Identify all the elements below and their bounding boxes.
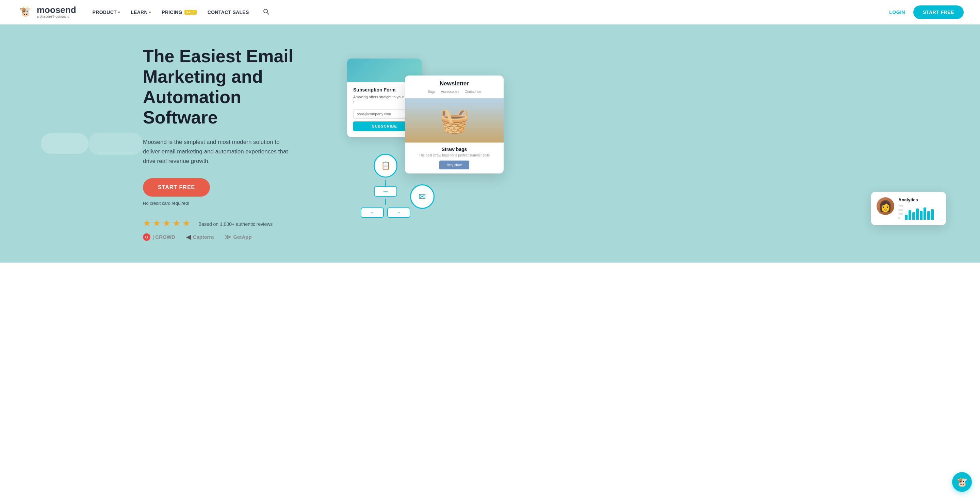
nav-item-pricing[interactable]: PRICING SALE xyxy=(162,10,196,15)
reviews-text: Based on 1,000+ authentic reviews xyxy=(198,221,272,227)
y-label-0: 0 xyxy=(898,217,903,220)
navigation: 🐮 moosend a Sitecore® company PRODUCT ▾ … xyxy=(0,0,980,24)
form-icon: 📋 xyxy=(381,161,390,170)
star-rating: ★ ★ ★ ★ ★ xyxy=(143,218,190,229)
deco-shape-2 xyxy=(89,133,143,155)
y-label-250: 250 xyxy=(898,213,903,216)
hero-description: Moosend is the simplest and most modern … xyxy=(143,137,293,166)
nav-item-learn[interactable]: LEARN ▾ xyxy=(130,10,151,15)
deco-shape-1 xyxy=(41,133,89,154)
logo-icon: 🐮 xyxy=(16,3,34,21)
basket-icon: 🧺 xyxy=(440,106,469,134)
sale-badge: SALE xyxy=(185,10,197,14)
email-circle-node: ✉ xyxy=(410,184,434,209)
flow-node-2b: ━ xyxy=(387,208,410,218)
flow-connector-2 xyxy=(385,198,386,205)
hero-title: The Easiest Email Marketing and Automati… xyxy=(143,46,306,127)
newsletter-title: Newsletter xyxy=(410,80,498,87)
newsletter-product-name: Straw bags xyxy=(410,147,498,152)
g2-icon: G xyxy=(143,233,150,241)
newsletter-nav-accessories: Accessories xyxy=(441,90,460,94)
y-label-500: 500 xyxy=(898,208,903,211)
analytics-content: Analytics 750 500 250 0 xyxy=(898,197,934,220)
email-icon: ✉ xyxy=(418,192,426,202)
getapp-logo: ≫ GetApp xyxy=(224,233,251,241)
chevron-down-icon: ▾ xyxy=(149,11,151,14)
search-icon[interactable] xyxy=(263,8,269,17)
flow-node-label: ━━ xyxy=(383,190,388,194)
flow-connector-1 xyxy=(385,180,386,186)
review-sources: G | CROWD ◀ Capterra ≫ GetApp xyxy=(143,233,320,241)
logo[interactable]: 🐮 moosend a Sitecore® company xyxy=(16,3,76,21)
flow-node-1: ━━ xyxy=(374,186,397,197)
analytics-avatar: 👩 xyxy=(877,197,894,215)
nav-right: LOGIN START FREE xyxy=(889,5,964,19)
automation-flow: 📋 ━━ ━ ━ xyxy=(361,154,410,218)
buy-now-button[interactable]: Buy Now xyxy=(439,160,469,169)
newsletter-card: Newsletter Bags Accessories Contact us 🧺… xyxy=(405,76,504,173)
nav-links: PRODUCT ▾ LEARN ▾ PRICING SALE CONTACT S… xyxy=(92,8,889,17)
svg-line-3 xyxy=(267,13,269,14)
nav-item-product[interactable]: PRODUCT ▾ xyxy=(92,10,120,15)
y-label-750: 750 xyxy=(898,205,903,208)
star-2: ★ xyxy=(153,218,161,229)
chart-bar xyxy=(931,209,934,220)
analytics-title: Analytics xyxy=(898,197,934,202)
getapp-icon: ≫ xyxy=(224,233,231,241)
g2-logo: G | CROWD xyxy=(143,233,175,241)
bar-chart xyxy=(905,206,934,220)
newsletter-nav: Bags Accessories Contact us xyxy=(410,90,498,94)
star-5: ★ xyxy=(182,218,190,229)
chevron-down-icon: ▾ xyxy=(118,11,120,14)
capterra-icon: ◀ xyxy=(186,233,191,241)
logo-name: moosend xyxy=(37,5,76,14)
logo-sub: a Sitecore® company xyxy=(37,14,76,19)
login-button[interactable]: LOGIN xyxy=(889,10,905,15)
chart-bar xyxy=(905,214,907,220)
hero-section: The Easiest Email Marketing and Automati… xyxy=(0,24,980,263)
start-free-hero-button[interactable]: START FREE xyxy=(143,178,210,197)
analytics-card: 👩 Analytics 750 500 250 0 xyxy=(871,192,946,225)
chart-y-labels: 750 500 250 0 xyxy=(898,205,903,220)
flow-node-top: 📋 xyxy=(374,154,398,178)
hero-left-content: The Easiest Email Marketing and Automati… xyxy=(143,46,320,240)
star-3: ★ xyxy=(163,218,170,229)
capterra-logo: ◀ Capterra xyxy=(186,233,214,241)
newsletter-nav-bags: Bags xyxy=(428,90,436,94)
no-credit-card-text: No credit card required! xyxy=(143,201,320,206)
chart-bar xyxy=(924,208,926,220)
chart-bar xyxy=(916,208,919,220)
newsletter-nav-contact: Contact us xyxy=(465,90,481,94)
chart-bar xyxy=(908,210,911,220)
star-4: ★ xyxy=(172,218,180,229)
nav-item-contact-sales[interactable]: CONTACT SALES xyxy=(208,10,249,15)
person-icon: 👩 xyxy=(878,200,892,213)
star-1: ★ xyxy=(143,218,151,229)
chart-bar xyxy=(912,212,915,220)
svg-text:🐮: 🐮 xyxy=(19,6,31,17)
newsletter-product-desc: The best straw bags for a perfect summer… xyxy=(410,153,498,157)
start-free-nav-button[interactable]: START FREE xyxy=(913,5,964,19)
chart-bar xyxy=(927,211,930,220)
flow-node-2a: ━ xyxy=(361,208,384,218)
hero-right-mockups: Subscription Form Amazing offers straigh… xyxy=(320,55,953,232)
newsletter-product-image: 🧺 xyxy=(405,98,504,143)
chart-bar xyxy=(920,211,923,220)
